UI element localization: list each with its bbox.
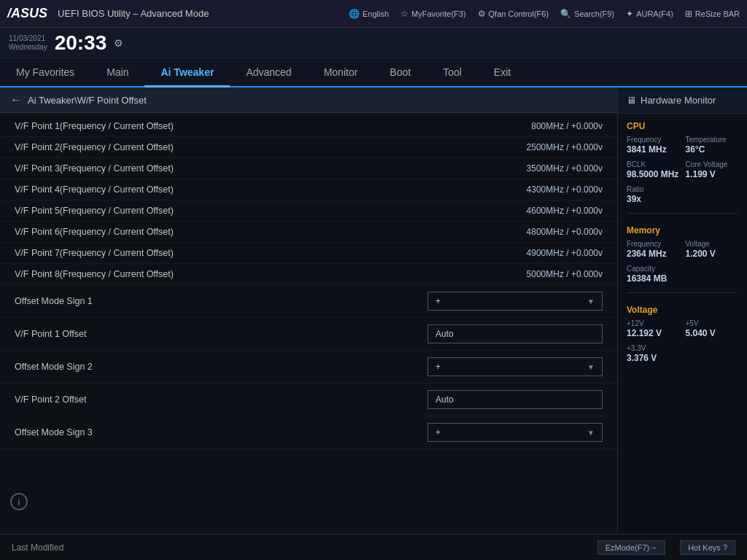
mem-voltage-label: Voltage [686,240,739,248]
aura-label: AURA(F4) [636,9,673,18]
offset-mode-sign-3-dropdown[interactable]: + [427,423,603,442]
cpu-bclk-label: BCLK [627,160,680,168]
volt-5v-value: 5.040 V [686,328,739,338]
cpu-frequency-value: 3841 MHz [627,144,680,155]
volt-12v-value: 12.192 V [627,328,680,338]
language-selector[interactable]: 🌐 English [349,9,389,19]
breadcrumb: ← Ai Tweaker\W/F Point Offset [0,88,617,113]
qfan-button[interactable]: ⚙ Qfan Control(F6) [478,9,549,19]
mem-voltage-col: Voltage 1.200 V [686,240,739,259]
content-area: ← Ai Tweaker\W/F Point Offset V/F Point … [0,88,747,534]
volt-33v-col: +3.3V 3.376 V [627,344,738,363]
cpu-core-voltage-col: Core Voltage 1.199 V [686,160,739,179]
vf-point-2-label: V/F Point 2(Frequency / Current Offset) [15,142,457,152]
cpu-core-voltage-value: 1.199 V [686,169,739,179]
memory-voltage-divider [627,292,738,293]
mem-freq-voltage-row: Frequency 2364 MHz Voltage 1.200 V [618,238,747,263]
mem-capacity-label: Capacity [627,265,738,273]
vf-point-7-value: 4900MHz / +0.000v [457,248,603,258]
hw-monitor-header: 🖥 Hardware Monitor [618,88,747,114]
vf-point-6-label: V/F Point 6(Frequency / Current Offset) [15,227,457,237]
hw-monitor-panel: 🖥 Hardware Monitor CPU Frequency 3841 MH… [617,88,747,534]
vf-offset-1-label: V/F Point 1 Offset [15,329,427,339]
nav-exit[interactable]: Exit [478,58,527,88]
offset-mode-sign-3-row: Offset Mode Sign 3 + [0,416,617,449]
vf-point-8-row[interactable]: V/F Point 8(Frequency / Current Offset) … [0,264,617,285]
vf-point-8-label: V/F Point 8(Frequency / Current Offset) [15,269,457,279]
asus-logo: /ASUS [7,6,47,21]
aura-button[interactable]: ✦ AURA(F4) [626,9,673,19]
breadcrumb-back-button[interactable]: ← [10,93,22,106]
vf-point-2-row[interactable]: V/F Point 2(Frequency / Current Offset) … [0,137,617,158]
mem-frequency-col: Frequency 2364 MHz [627,240,680,259]
cpu-frequency-label: Frequency [627,136,680,144]
offset-mode-sign-1-dropdown[interactable]: + [427,292,603,311]
nav-my-favorites[interactable]: My Favorites [0,58,90,88]
nav-advanced[interactable]: Advanced [230,58,307,88]
mem-frequency-value: 2364 MHz [627,249,680,259]
main-panel: ← Ai Tweaker\W/F Point Offset V/F Point … [0,88,617,534]
language-label: English [363,9,389,18]
offset-mode-sign-2-row: Offset Mode Sign 2 + [0,351,617,384]
hot-keys-button[interactable]: Hot Keys ? [680,540,735,555]
vf-point-4-value: 4300MHz / +0.000v [457,184,603,195]
info-icon[interactable]: i [10,493,28,510]
vf-offset-2-input[interactable]: Auto [427,390,603,409]
mem-voltage-value: 1.200 V [686,249,739,259]
my-favorite-button[interactable]: ☆ MyFavorite(F3) [400,9,466,19]
vf-offset-1-input[interactable]: Auto [427,324,603,343]
nav-ai-tweaker[interactable]: Ai Tweaker [144,58,230,88]
cpu-ratio-col: Ratio 39x [627,185,738,204]
nav-main[interactable]: Main [90,58,144,88]
resize-bar-label: ReSize BAR [695,9,740,18]
language-icon: 🌐 [349,9,360,19]
day: Wednesday [9,43,47,52]
main-nav: My Favorites Main Ai Tweaker Advanced Mo… [0,58,747,88]
memory-section-title: Memory [618,218,747,238]
cpu-core-voltage-label: Core Voltage [686,160,739,168]
vf-point-4-label: V/F Point 4(Frequency / Current Offset) [15,184,457,195]
vf-offset-1-value: Auto [436,329,454,339]
mem-capacity-col: Capacity 16384 MB [627,265,738,284]
cpu-ratio-value: 39x [627,194,738,204]
cpu-frequency-col: Frequency 3841 MHz [627,136,680,155]
volt-33-row: +3.3V 3.376 V [618,343,747,368]
vf-point-4-row[interactable]: V/F Point 4(Frequency / Current Offset) … [0,179,617,201]
nav-boot[interactable]: Boot [374,58,427,88]
vf-point-5-row[interactable]: V/F Point 5(Frequency / Current Offset) … [0,201,617,222]
cpu-freq-temp-row: Frequency 3841 MHz Temperature 36°C [618,134,747,159]
offset-mode-sign-3-label: Offset Mode Sign 3 [15,427,427,438]
vf-point-3-label: V/F Point 3(Frequency / Current Offset) [15,163,457,174]
volt-12-5-row: +12V 12.192 V +5V 5.040 V [618,318,747,343]
ez-mode-button[interactable]: EzMode(F7)→ [597,540,666,555]
cpu-section-title: CPU [618,114,747,134]
mem-capacity-row: Capacity 16384 MB [618,263,747,288]
cpu-bclk-col: BCLK 98.5000 MHz [627,160,680,179]
vf-point-6-row[interactable]: V/F Point 6(Frequency / Current Offset) … [0,222,617,243]
vf-point-7-row[interactable]: V/F Point 7(Frequency / Current Offset) … [0,243,617,264]
my-favorite-label: MyFavorite(F3) [411,9,466,18]
vf-offset-2-row: V/F Point 2 Offset Auto [0,384,617,416]
nav-monitor[interactable]: Monitor [308,58,374,88]
offset-mode-sign-1-value: + [436,296,441,306]
vf-point-5-label: V/F Point 5(Frequency / Current Offset) [15,206,457,216]
time-display: 20:33 [55,31,107,55]
vf-point-3-row[interactable]: V/F Point 3(Frequency / Current Offset) … [0,158,617,179]
offset-mode-sign-1-row: Offset Mode Sign 1 + [0,285,617,318]
cpu-ratio-label: Ratio [627,185,738,193]
mem-capacity-value: 16384 MB [627,273,738,284]
volt-5v-col: +5V 5.040 V [686,319,739,338]
date-block: 11/03/2021 Wednesday [9,34,47,52]
settings-gear-icon[interactable]: ⚙ [114,37,123,49]
date: 11/03/2021 [9,34,47,43]
topbar: /ASUS UEFI BIOS Utility – Advanced Mode … [0,0,747,28]
vf-point-1-row[interactable]: V/F Point 1(Frequency / Current Offset) … [0,116,617,137]
offset-mode-sign-2-dropdown[interactable]: + [427,357,603,376]
vf-point-3-value: 3500MHz / +0.000v [457,163,603,174]
resize-bar-button[interactable]: ⊞ ReSize BAR [685,9,740,19]
voltage-section-title: Voltage [618,298,747,318]
nav-tool[interactable]: Tool [427,58,478,88]
search-button[interactable]: 🔍 Search(F9) [560,9,614,19]
cpu-temp-col: Temperature 36°C [686,136,739,155]
settings-list: V/F Point 1(Frequency / Current Offset) … [0,113,617,452]
